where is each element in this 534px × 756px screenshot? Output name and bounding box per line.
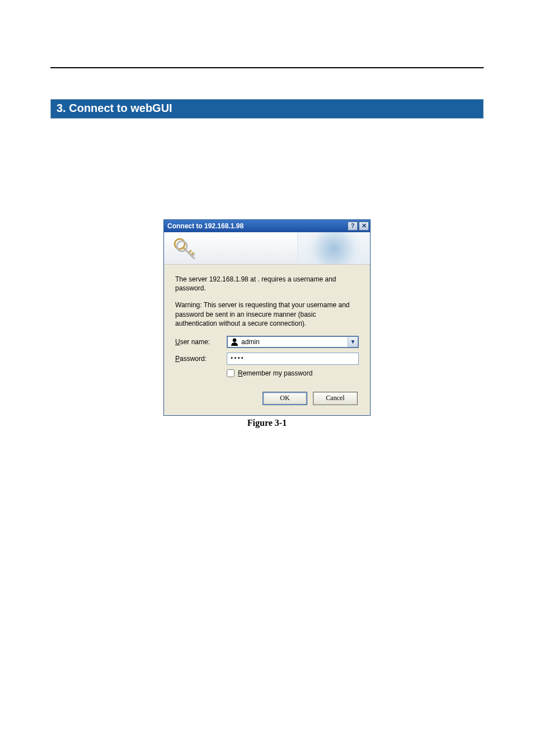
- ok-button[interactable]: OK: [263, 392, 307, 405]
- svg-point-2: [233, 339, 236, 342]
- remember-label: Remember my password: [238, 369, 312, 377]
- password-label: Password:: [175, 355, 227, 363]
- section-heading: 3. Connect to webGUI: [50, 99, 484, 119]
- page-rule: [50, 67, 484, 68]
- auth-dialog: Connect to 192.168.1.98 ? ✕: [163, 219, 371, 416]
- password-field[interactable]: [227, 353, 359, 365]
- username-combo[interactable]: admin ▼: [227, 336, 359, 348]
- warning-message: Warning: This server is requesting that …: [175, 300, 359, 328]
- dialog-title: Connect to 192.168.1.98: [167, 222, 348, 230]
- keys-icon: [172, 236, 196, 261]
- username-value: admin: [241, 338, 348, 346]
- user-icon: [230, 337, 239, 346]
- server-message: The server 192.168.1.98 at . requires a …: [175, 275, 359, 293]
- username-dropdown-button[interactable]: ▼: [348, 337, 358, 347]
- close-button[interactable]: ✕: [359, 222, 369, 231]
- cancel-button[interactable]: Cancel: [313, 392, 358, 405]
- dialog-banner: [164, 232, 370, 265]
- figure-caption: Figure 3-1: [163, 418, 371, 428]
- username-label: User name:: [175, 338, 227, 346]
- help-button[interactable]: ?: [348, 222, 358, 231]
- remember-checkbox[interactable]: [227, 369, 235, 377]
- banner-artwork: [297, 232, 370, 265]
- dialog-titlebar: Connect to 192.168.1.98 ? ✕: [164, 220, 370, 232]
